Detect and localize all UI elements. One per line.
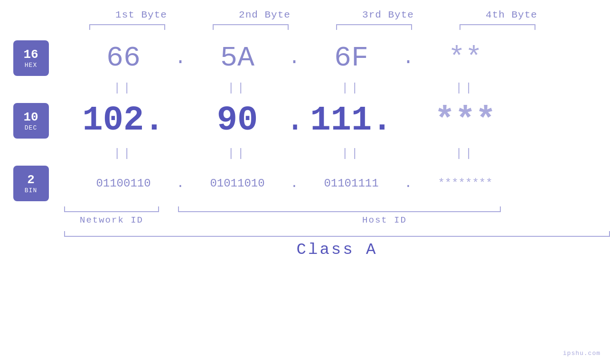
host-id-label: Host ID: [178, 215, 591, 225]
eq1-4: ||: [418, 82, 513, 94]
top-bracket-3: [336, 24, 412, 30]
dec-val-3: 111.: [304, 101, 399, 140]
dec-num: 10: [23, 110, 38, 124]
bottom-bracket-host-mid3: [387, 211, 406, 212]
hex-label: HEX: [25, 62, 37, 69]
bin-dot-2: .: [285, 176, 304, 191]
hex-num: 16: [23, 47, 38, 62]
byte-header-1: 1st Byte: [89, 9, 194, 20]
dec-badge-slot: 10 DEC: [0, 103, 62, 139]
bin-val-2: 01011010: [190, 177, 285, 190]
hex-val-2: 5A: [190, 42, 285, 74]
class-bracket: [64, 231, 610, 237]
top-bracket-2: [213, 24, 289, 30]
dec-val-2: 90: [190, 101, 285, 140]
hex-val-3: 6F: [304, 42, 399, 74]
hex-badge-slot: 16 HEX: [0, 40, 62, 76]
hex-dot-2: .: [285, 47, 304, 69]
watermark: ipshu.com: [563, 350, 601, 357]
bin-badge: 2 BIN: [13, 166, 49, 201]
dec-dot-2: .: [285, 101, 304, 140]
dec-badge: 10 DEC: [13, 103, 49, 139]
network-id-label: Network ID: [64, 215, 159, 225]
bottom-bracket-host-mid1: [273, 211, 292, 212]
dec-val-1: 102.: [76, 101, 171, 140]
hex-val-4: **: [418, 42, 513, 74]
dec-label: DEC: [25, 124, 37, 131]
bin-val-4: ********: [418, 177, 513, 190]
hex-val-1: 66: [76, 42, 171, 74]
bin-num: 2: [27, 173, 35, 187]
byte-header-3: 3rd Byte: [336, 9, 441, 20]
eq1-3: ||: [304, 82, 399, 94]
bottom-bracket-network: [64, 206, 159, 212]
main-container: 1st Byte 2nd Byte 3rd Byte 4th Byte 16 H…: [0, 0, 610, 364]
hex-dot-3: .: [399, 47, 418, 69]
top-bracket-4: [460, 24, 535, 30]
bottom-bracket-host-mid2: [292, 211, 387, 212]
class-label: Class A: [64, 241, 610, 259]
eq1-2: ||: [190, 82, 285, 94]
eq2-4: ||: [418, 147, 513, 160]
eq2-3: ||: [304, 147, 399, 160]
eq1-1: ||: [76, 82, 171, 94]
top-bracket-1: [89, 24, 165, 30]
bin-badge-slot: 2 BIN: [0, 166, 62, 201]
bottom-bracket-host-start: [178, 206, 273, 212]
byte-header-4: 4th Byte: [460, 9, 564, 20]
bin-dot-3: .: [399, 176, 418, 191]
hex-dot-1: .: [171, 47, 190, 69]
bottom-bracket-host-end: [406, 206, 501, 212]
eq2-2: ||: [190, 147, 285, 160]
dec-val-4: ***: [418, 101, 513, 140]
bin-label: BIN: [25, 187, 37, 194]
byte-header-2: 2nd Byte: [213, 9, 317, 20]
bin-dot-1: .: [171, 176, 190, 191]
bin-val-3: 01101111: [304, 177, 399, 190]
bin-val-1: 01100110: [76, 177, 171, 190]
hex-badge: 16 HEX: [13, 40, 49, 76]
eq2-1: ||: [76, 147, 171, 160]
